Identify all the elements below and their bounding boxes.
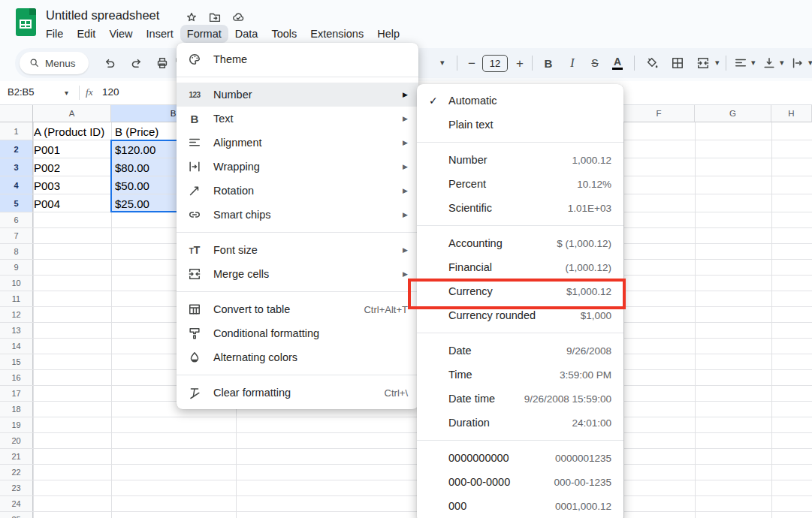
cell-A5[interactable]: P004 [34, 194, 110, 212]
number-format-item-000[interactable]: 0000001,000.12 [417, 494, 623, 518]
row-header-18[interactable]: 18 [0, 402, 33, 417]
format-menu-item-font-size[interactable]: TTFont size▶ [177, 238, 418, 262]
row-header-6[interactable]: 6 [0, 212, 33, 228]
number-format-item-scientific[interactable]: Scientific1.01E+03 [417, 196, 623, 220]
row-header-21[interactable]: 21 [0, 449, 33, 465]
print-button[interactable] [155, 56, 170, 71]
format-menu-item-text[interactable]: BText▶ [177, 107, 418, 131]
row-header-17[interactable]: 17 [0, 386, 33, 402]
formula-input[interactable]: 120 [102, 86, 119, 98]
format-menu-item-alternating-colors[interactable]: Alternating colors [177, 345, 418, 369]
row-header-13[interactable]: 13 [0, 323, 33, 339]
star-icon[interactable] [185, 11, 198, 24]
number-format-item-000-00-0000[interactable]: 000-00-0000000-00-1235 [417, 470, 623, 494]
menubar-item-file[interactable]: File [39, 25, 70, 43]
sheets-logo-icon[interactable] [16, 8, 36, 36]
format-menu-item-number[interactable]: 123Number▶ [177, 83, 418, 107]
number-format-item-automatic[interactable]: ✓Automatic [417, 89, 623, 113]
number-format-item-duration[interactable]: Duration24:01:00 [417, 411, 623, 435]
name-box[interactable]: B2:B5 [8, 86, 34, 98]
font-size-input[interactable]: 12 [482, 55, 508, 72]
format-menu-item-rotation[interactable]: Rotation▶ [177, 179, 418, 203]
row-header-4[interactable]: 4 [0, 176, 33, 194]
row-header-5[interactable]: 5 [0, 194, 33, 212]
number-format-item-financial[interactable]: Financial(1,000.12) [417, 255, 623, 279]
format-menu-item-smart-chips[interactable]: Smart chips▶ [177, 203, 418, 227]
menubar-item-insert[interactable]: Insert [140, 25, 180, 43]
row-header-22[interactable]: 22 [0, 465, 33, 480]
number-format-item-date[interactable]: Date9/26/2008 [417, 339, 623, 363]
format-menu-item-clear-formatting[interactable]: Clear formattingCtrl+\ [177, 381, 418, 405]
row-header-23[interactable]: 23 [0, 480, 33, 496]
cell-A3[interactable]: P002 [34, 158, 110, 176]
number-format-item-percent[interactable]: Percent10.12% [417, 172, 623, 196]
row-header-20[interactable]: 20 [0, 433, 33, 449]
increase-font-size-button[interactable]: + [512, 56, 527, 71]
redo-button[interactable] [129, 56, 144, 71]
row-header-14[interactable]: 14 [0, 339, 33, 354]
move-folder-icon[interactable] [208, 11, 222, 24]
number-format-item-plain-text[interactable]: Plain text [417, 113, 623, 137]
merge-caret-icon[interactable]: ▾ [715, 58, 720, 68]
format-menu-item-alignment[interactable]: Alignment▶ [177, 131, 418, 155]
row-header-10[interactable]: 10 [0, 276, 33, 291]
fill-color-button[interactable] [644, 56, 660, 71]
align-caret-icon[interactable]: ▾ [751, 58, 756, 68]
row-header-3[interactable]: 3 [0, 158, 33, 176]
row-header-16[interactable]: 16 [0, 370, 33, 386]
row-header-15[interactable]: 15 [0, 354, 33, 370]
horizontal-align-button[interactable] [733, 56, 748, 71]
menubar-item-format[interactable]: Format [180, 25, 228, 43]
menubar-item-extensions[interactable]: Extensions [303, 25, 370, 43]
row-header-2[interactable]: 2 [0, 140, 33, 158]
vertical-align-button[interactable] [762, 56, 777, 71]
italic-button[interactable]: I [565, 56, 580, 71]
column-header-A[interactable]: A [33, 105, 111, 122]
row-header-9[interactable]: 9 [0, 260, 33, 276]
merge-cells-button[interactable] [696, 56, 711, 71]
menus-search[interactable]: Menus [20, 52, 89, 74]
format-menu-item-conditional-formatting[interactable]: Conditional formatting [177, 321, 418, 345]
caret-down-icon[interactable]: ▾ [440, 58, 445, 68]
bold-button[interactable]: B [541, 56, 556, 71]
cell-A4[interactable]: P003 [34, 176, 110, 194]
row-header-12[interactable]: 12 [0, 307, 33, 323]
borders-button[interactable] [670, 56, 685, 71]
menubar-item-edit[interactable]: Edit [70, 25, 102, 43]
format-menu-item-theme[interactable]: Theme [177, 47, 418, 71]
cell-A2[interactable]: P001 [34, 140, 110, 158]
undo-button[interactable] [102, 56, 117, 71]
number-format-item-0000000000[interactable]: 00000000000000001235 [417, 446, 623, 470]
column-header-F[interactable]: F [623, 105, 695, 122]
row-header-19[interactable]: 19 [0, 417, 33, 433]
number-format-item-date-time[interactable]: Date time9/26/2008 15:59:00 [417, 387, 623, 411]
format-menu-item-convert-to-table[interactable]: Convert to tableCtrl+Alt+T [177, 297, 418, 321]
row-header-8[interactable]: 8 [0, 244, 33, 260]
menubar-item-help[interactable]: Help [370, 25, 406, 43]
grid-corner-box[interactable] [0, 105, 33, 122]
row-header-7[interactable]: 7 [0, 228, 33, 244]
column-header-H[interactable]: H [771, 105, 812, 122]
row-header-25[interactable]: 25 [0, 512, 33, 518]
text-color-button[interactable]: A [610, 56, 625, 71]
name-box-caret-icon[interactable]: ▾ [65, 89, 68, 97]
row-header-1[interactable]: 1 [0, 122, 33, 140]
decrease-font-size-button[interactable]: − [464, 56, 479, 71]
number-format-item-time[interactable]: Time3:59:00 PM [417, 363, 623, 387]
strikethrough-button[interactable]: S [587, 56, 602, 71]
menubar-item-data[interactable]: Data [228, 25, 265, 43]
format-menu-item-merge-cells[interactable]: Merge cells▶ [177, 262, 418, 286]
menubar-item-view[interactable]: View [102, 25, 139, 43]
menubar-item-tools[interactable]: Tools [264, 25, 303, 43]
number-format-item-accounting[interactable]: Accounting$ (1,000.12) [417, 231, 623, 255]
column-header-G[interactable]: G [695, 105, 771, 122]
document-title[interactable]: Untitled spreadsheet [46, 8, 159, 23]
text-wrapping-button[interactable] [790, 56, 805, 71]
format-menu-item-wrapping[interactable]: Wrapping▶ [177, 155, 418, 179]
valign-caret-icon[interactable]: ▾ [780, 58, 784, 68]
wrap-caret-icon[interactable]: ▾ [808, 58, 812, 68]
row-header-24[interactable]: 24 [0, 496, 33, 512]
row-header-11[interactable]: 11 [0, 291, 33, 307]
number-format-item-number[interactable]: Number1,000.12 [417, 148, 623, 172]
cell-A1[interactable]: A (Product ID) [34, 122, 110, 140]
